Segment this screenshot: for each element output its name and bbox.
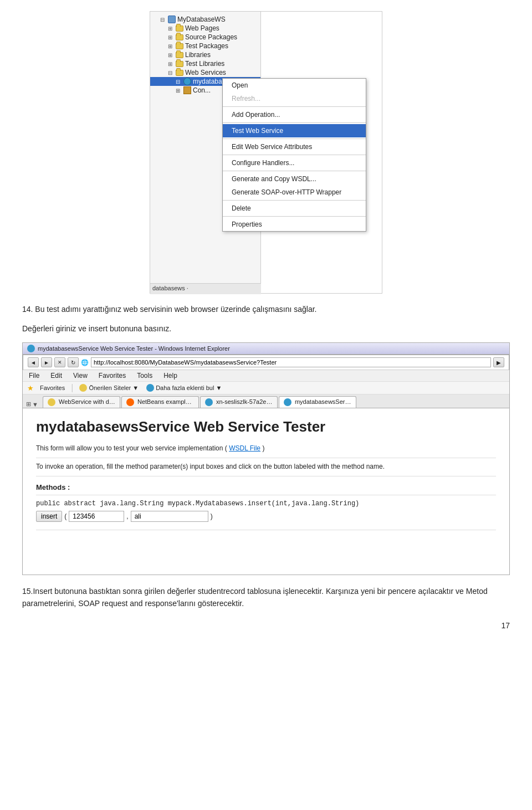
browser-addressbar: ◄ ► ✕ ↻ 🌐 ▶ [23,355,509,370]
tree-label: Source Packages [185,33,237,41]
separator [223,171,366,171]
project-icon [168,16,176,23]
favorites-star-icon: ★ [27,384,34,392]
tab-label: mydatabasewsService ... [295,398,356,405]
tab-label: xn-sesliszlk-57a2e.com - E... [216,398,278,405]
menu-favorites[interactable]: Favorites [97,371,127,380]
browser-favorites-bar: ★ Favorites | Önerilen Siteler ▼ Daha fa… [23,382,509,394]
page-number: 17 [22,621,510,630]
tab-icon-1: ⊞ [26,401,31,408]
tab-xn[interactable]: xn-sesliszlk-57a2e.com - E... [200,396,278,408]
tab-webservice-db[interactable]: WebService with database ... [43,396,120,408]
stop-button[interactable]: ✕ [54,357,65,367]
comma: , [126,512,128,520]
paragraph-1: 14. Bu test adımı yarattığınız web servi… [22,304,510,315]
menu-tools[interactable]: Tools [135,371,154,380]
toggle-icon: ⊞ [168,43,176,49]
fav-more-label: Daha fazla eklenti bul ▼ [156,385,222,391]
toggle-icon: ⊟ [168,70,176,76]
desc-text-end: ) [262,444,264,452]
menu-file[interactable]: File [27,371,41,380]
folder-icon [176,70,183,76]
ctx-edit-ws-attributes[interactable]: Edit Web Service Attributes [223,140,366,153]
tab-favicon [126,398,134,406]
tab-netbeans[interactable]: NetBeans examples, SOA a... [121,396,199,408]
ctx-generate-wsdl[interactable]: Generate and Copy WSDL... [223,172,366,186]
tree-root-label: MyDatabaseWS [177,16,226,23]
tree-root: ⊟ MyDatabaseWS [150,15,260,24]
address-label: 🌐 [81,359,89,366]
browser-titlebar: mydatabasewsService Web Service Tester -… [23,343,509,355]
ctx-configure-handlers[interactable]: Configure Handlers... [223,156,366,170]
separator [223,139,366,139]
fav-suggested[interactable]: Önerilen Siteler ▼ [78,383,140,392]
back-button[interactable]: ◄ [28,357,39,367]
go-button[interactable]: ▶ [493,357,504,367]
address-input[interactable] [91,357,491,367]
tree-label: Test Packages [185,42,228,50]
desc-text-1: This form will allow you to test your we… [36,444,227,452]
browser-window: mydatabasewsService Web Service Tester -… [22,342,510,575]
tab-icon-sep: ▼ [32,401,38,408]
tree-statusbar: databasews · [150,283,261,294]
folder-icon [176,25,183,32]
toggle-icon: ⊞ [168,34,176,40]
ws-desc-1: This form will allow you to test your we… [36,444,496,458]
browser-favicon-icon [27,345,35,352]
tree-context-screenshot: ⊟ MyDatabaseWS ⊞ Web Pages ⊞ Source Pack… [22,11,510,294]
tree-item: ⊞ Test Libraries [150,59,260,68]
bottom-paragraph: 15.Insert butonuna bastıktan sonra giril… [22,585,510,610]
tree-label: Web Pages [185,24,219,32]
tree-item: ⊞ Libraries [150,50,260,59]
ctx-properties[interactable]: Properties [223,218,366,231]
paragraph-2: Değerleri giriniz ve insert butonuna bas… [22,323,510,335]
separator [223,106,366,107]
paren-close: ) [211,512,213,520]
folder-icon [176,43,183,49]
menu-view[interactable]: View [71,371,89,380]
insert-button[interactable]: insert [36,511,62,522]
refresh-button[interactable]: ↻ [68,357,79,367]
ctx-open[interactable]: Open [223,79,366,92]
toggle-icon: ⊞ [168,61,176,67]
method-form: insert ( , ) [36,511,496,530]
paren-open: ( [64,512,66,520]
tab-icons: ⊞ ▼ [26,401,38,408]
fav-icon [146,384,154,392]
methods-label: Methods : [36,483,496,495]
toggle-icon: ⊞ [168,52,176,58]
tree-item: ⊞ Test Packages [150,42,260,50]
param-int-input[interactable] [69,511,124,522]
tree-label: Con... [193,86,211,94]
forward-button[interactable]: ► [41,357,52,367]
menu-help[interactable]: Help [162,371,179,380]
lib-icon [183,86,191,94]
browser-menubar: File Edit View Favorites Tools Help [23,370,509,382]
folder-icon [176,52,183,58]
tab-favicon [48,398,55,406]
favorites-label: Favorites [40,385,65,391]
fav-icon [79,384,87,392]
separator-icon: | [71,383,73,393]
ctx-test-web-service[interactable]: Test Web Service [223,124,366,137]
statusbar-text: databasews · [152,285,188,291]
separator [223,122,366,123]
toggle-icon: ⊞ [168,25,176,32]
tab-mydatabasews[interactable]: mydatabasewsService ... ✕ [279,396,356,408]
separator [223,200,366,201]
ctx-add-operation[interactable]: Add Operation... [223,108,366,121]
menu-edit[interactable]: Edit [49,371,64,380]
browser-tabs: ⊞ ▼ WebService with database ... NetBean… [23,394,509,408]
favorites-button[interactable]: Favorites [38,384,66,392]
tree-item: ⊞ Web Pages [150,24,260,33]
ctx-delete[interactable]: Delete [223,202,366,215]
tab-favicon [205,398,213,406]
fav-suggested-label: Önerilen Siteler ▼ [89,385,139,391]
fav-more[interactable]: Daha fazla eklenti bul ▼ [145,383,223,392]
toggle-icon: ⊟ [160,17,168,23]
ctx-generate-soap[interactable]: Generate SOAP-over-HTTP Wrapper [223,186,366,199]
folder-icon [176,34,183,40]
param-string-input[interactable] [131,511,208,522]
context-menu: Open Refresh... Add Operation... Test We… [222,78,366,232]
wsdl-link[interactable]: WSDL File [229,444,260,452]
